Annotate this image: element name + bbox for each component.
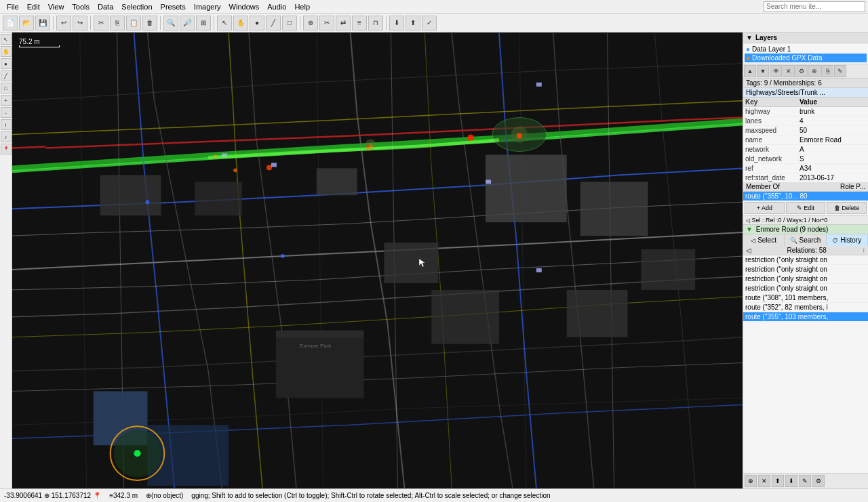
bt-btn-6[interactable]: ⚙ (812, 475, 825, 487)
lt-pin[interactable]: 📍 (1, 144, 12, 154)
menu-windows[interactable]: Windows (225, 2, 264, 12)
layer-tool-visible[interactable]: 👁 (770, 65, 782, 77)
lt-zoom-out[interactable]: - (1, 107, 12, 118)
toolbar-upload[interactable]: ⬆ (406, 16, 420, 30)
toolbar-select[interactable]: ↖ (217, 16, 232, 30)
lt-node[interactable]: ● (1, 58, 12, 69)
toolbar-new[interactable]: 📄 (3, 16, 18, 30)
layer-tool-merge[interactable]: ⊕ (808, 65, 821, 77)
toolbar-undo[interactable]: ↩ (56, 16, 71, 30)
toolbar-sep4 (214, 16, 214, 30)
toolbar-draw-node[interactable]: ● (250, 16, 264, 30)
menu-presets[interactable]: Presets (157, 2, 190, 12)
menu-selection[interactable]: Selection (117, 2, 156, 12)
tab-search[interactable]: 🔍 Search (785, 234, 826, 246)
toolbar-zoom-in[interactable]: 🔍 (163, 16, 178, 30)
toolbar-delete[interactable]: 🗑 (142, 16, 157, 30)
lt-audio[interactable]: ♪ (1, 131, 12, 142)
relation-item[interactable]: restriction ("only straight on (743, 284, 868, 293)
relation-item[interactable]: route ("352", 82 members, i (743, 303, 868, 312)
relations-panel[interactable]: restriction ("only straight onrestrictio… (743, 255, 868, 473)
relation-item[interactable]: route ("308", 101 members, (743, 293, 868, 303)
lt-move[interactable]: ✋ (1, 46, 12, 57)
layer-tool-settings[interactable]: ⚙ (795, 65, 808, 77)
menu-help[interactable]: Help (290, 2, 314, 12)
menu-data[interactable]: Data (94, 2, 117, 12)
way-header-text: Highways/Streets/Trunk ... (746, 89, 825, 96)
lt-info[interactable]: i (1, 119, 12, 130)
tab-history[interactable]: ⏱ History (827, 234, 868, 246)
table-row[interactable]: refA34 (743, 164, 868, 173)
table-row[interactable]: lanes4 (743, 117, 868, 126)
menu-imagery[interactable]: Imagery (190, 2, 225, 12)
tab-search-label: Search (800, 236, 821, 244)
relation-item[interactable]: restriction ("only straight on (743, 255, 868, 265)
coords-text: -33.9006641 ⊕ 151.1763712 (4, 492, 91, 499)
lt-select[interactable]: ↖ (1, 34, 12, 45)
toolbar-merge[interactable]: ⊕ (303, 16, 318, 30)
menu-audio[interactable]: Audio (263, 2, 290, 12)
layer-tool-down[interactable]: ▼ (757, 65, 769, 77)
toolbar-cut[interactable]: ✂ (94, 16, 108, 30)
toolbar-paste[interactable]: 📋 (126, 16, 141, 30)
layer-tool-up[interactable]: ▲ (744, 65, 756, 77)
toolbar-reverse[interactable]: ⇄ (336, 16, 351, 30)
relation-item[interactable]: restriction ("only straight on (743, 274, 868, 284)
svg-rect-6 (384, 243, 438, 283)
toolbar-align[interactable]: ≡ (352, 16, 367, 30)
toolbar-copy[interactable]: ⎘ (110, 16, 125, 30)
toolbar-split[interactable]: ✂ (319, 16, 334, 30)
toolbar-zoom-out[interactable]: 🔎 (180, 16, 195, 30)
toolbar-draw-area[interactable]: □ (282, 16, 297, 30)
toolbar-move[interactable]: ✋ (233, 16, 248, 30)
add-button[interactable]: + Add (745, 202, 785, 214)
status-coords: -33.9006641 ⊕ 151.1763712 📍 (4, 492, 101, 499)
toolbar-redo[interactable]: ↪ (73, 16, 87, 30)
map-canvas[interactable]: Enmore Park (12, 33, 743, 488)
delete-button[interactable]: 🗑 Delete (827, 202, 867, 214)
layer-tool-delete[interactable]: ✕ (783, 65, 795, 77)
lt-area[interactable]: □ (1, 83, 12, 93)
toolbar-save[interactable]: 💾 (35, 16, 50, 30)
table-row[interactable]: nameEnmore Road (743, 135, 868, 145)
delete-label: Delete (842, 205, 859, 211)
member-row[interactable]: route ("355", 10... 80 (743, 192, 868, 201)
tag-value: S (797, 154, 868, 164)
table-row[interactable]: networkA (743, 145, 868, 154)
menu-view[interactable]: View (44, 2, 68, 12)
search-menu-input[interactable] (764, 1, 865, 12)
layer-tool-rename[interactable]: ✎ (834, 65, 846, 77)
hint-text: gging; Shift to add to selection (Ctrl t… (191, 492, 550, 499)
bt-btn-2[interactable]: ✕ (758, 475, 770, 487)
layer-tool-duplicate[interactable]: ⎘ (821, 65, 833, 77)
svg-point-27 (267, 165, 272, 170)
menu-file[interactable]: File (3, 2, 23, 12)
edit-button[interactable]: ✎ Edit (786, 202, 826, 214)
layer-item-data[interactable]: ● Data Layer 1 (745, 45, 867, 54)
layer-item-gpx[interactable]: ● Downloaded GPX Data (745, 54, 867, 62)
relation-item[interactable]: restriction ("only straight on (743, 265, 868, 274)
menu-tools[interactable]: Tools (68, 2, 94, 12)
bt-btn-4[interactable]: ⬇ (785, 475, 797, 487)
toolbar-sep3 (160, 16, 161, 30)
table-row[interactable]: ref:start_date2013-06-17 (743, 173, 868, 183)
table-row[interactable]: maxspeed50 (743, 126, 868, 135)
tab-select[interactable]: ◁ Select (743, 234, 785, 246)
toolbar-draw-way[interactable]: ╱ (266, 16, 281, 30)
toolbar-download[interactable]: ⬇ (389, 16, 404, 30)
relation-item[interactable]: route ("355", 103 members, (743, 312, 868, 322)
toolbar-open[interactable]: 📂 (19, 16, 34, 30)
toolbar-validate[interactable]: ✓ (422, 16, 437, 30)
sel-text: Sel : Rel :0 / Ways:1 / Nor*0 (752, 217, 828, 224)
way-label[interactable]: ▼ Enmore Road (9 nodes) (743, 225, 868, 234)
table-row[interactable]: highwaytrunk (743, 107, 868, 117)
lt-zoom-in[interactable]: + (1, 95, 12, 106)
bt-btn-1[interactable]: ⊕ (745, 475, 757, 487)
table-row[interactable]: old_networkS (743, 154, 868, 164)
bt-btn-5[interactable]: ✎ (799, 475, 811, 487)
menu-edit[interactable]: Edit (23, 2, 44, 12)
bt-btn-3[interactable]: ⬆ (772, 475, 784, 487)
toolbar-zoom-fit[interactable]: ⊞ (196, 16, 211, 30)
lt-way[interactable]: ╱ (1, 70, 12, 81)
toolbar-ortho[interactable]: ⊓ (368, 16, 383, 30)
